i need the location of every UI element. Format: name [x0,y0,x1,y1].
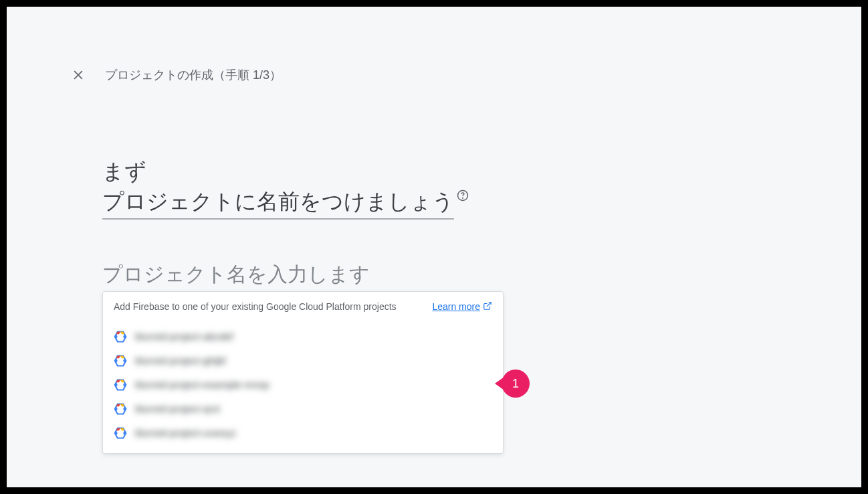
list-item[interactable]: blurred-project-qrst [103,397,503,421]
gcp-hexagon-icon [114,378,127,392]
gcp-hexagon-icon [114,426,127,440]
help-icon[interactable] [457,189,469,201]
list-item[interactable]: blurred-project-ghijkl [103,349,503,373]
list-item[interactable]: blurred-project-example-mnop [103,373,503,397]
dropdown-hint-text: Add Firebase to one of your existing Goo… [114,301,397,312]
list-item-label: blurred-project-qrst [135,403,220,414]
dropdown-header: Add Firebase to one of your existing Goo… [103,292,503,322]
heading-line1: まず [102,157,861,187]
heading-line2: プロジェクトに名前をつけましょう [102,187,454,220]
svg-point-3 [463,197,463,198]
svg-line-4 [487,302,491,306]
header: プロジェクトの作成（手順 1/3） [7,7,861,83]
learn-more-link[interactable]: Learn more [432,301,492,313]
list-item-label: blurred-project-ghijkl [135,355,226,366]
project-name-label: プロジェクト名を入力します [102,261,861,289]
dropdown-list: blurred-project-abcdef blurred-project-g… [103,322,503,453]
gcp-hexagon-icon [114,330,127,343]
learn-more-text: Learn more [432,301,480,312]
list-item[interactable]: blurred-project-uvwxyz [103,421,503,445]
list-item-label: blurred-project-uvwxyz [135,427,236,438]
main-content: まず プロジェクトに名前をつけましょう プロジェクト名を入力します Add Fi… [7,83,861,454]
gcp-hexagon-icon [114,354,127,367]
callout-badge: 1 [502,369,530,398]
list-item-label: blurred-project-abcdef [135,331,233,342]
list-item-label: blurred-project-example-mnop [135,379,269,390]
breadcrumb: プロジェクトの作成（手順 1/3） [105,67,282,83]
external-link-icon [483,301,492,313]
callout-number: 1 [512,377,519,391]
project-dropdown: Add Firebase to one of your existing Goo… [102,291,504,454]
gcp-hexagon-icon [114,402,127,416]
close-icon[interactable] [70,67,86,83]
list-item[interactable]: blurred-project-abcdef [103,325,503,349]
